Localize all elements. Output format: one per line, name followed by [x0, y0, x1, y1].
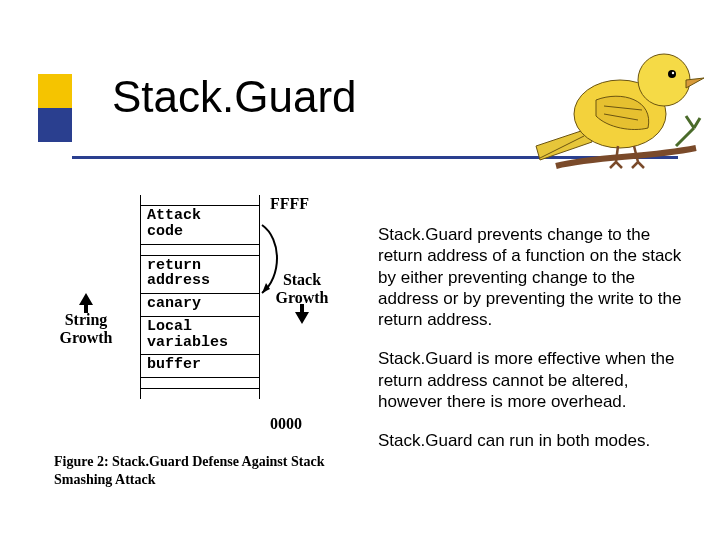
cell-text: return	[147, 257, 201, 274]
up-arrow-icon	[77, 291, 95, 313]
cell-gap	[141, 378, 259, 389]
addr-high: FFFF	[270, 195, 309, 213]
stack-growth-line1: Stack	[283, 271, 321, 288]
cell-gap	[141, 245, 259, 256]
paragraph-2: Stack.Guard is more effective when the r…	[378, 348, 688, 412]
figure-caption: Figure 2: Stack.Guard Defense Against St…	[54, 453, 354, 488]
cell-canary: canary	[141, 294, 259, 317]
string-growth-line1: String	[65, 311, 108, 328]
slide-title: Stack.Guard	[112, 72, 357, 122]
svg-point-1	[638, 54, 690, 106]
addr-low: 0000	[270, 415, 302, 433]
cell-text: Local	[147, 318, 192, 335]
cell-return-address: return address	[141, 256, 259, 295]
accent-square-yellow	[38, 74, 72, 108]
cell-text: Attack	[147, 207, 201, 224]
cell-buffer: buffer	[141, 355, 259, 378]
string-growth-label: String Growth	[52, 291, 120, 346]
svg-point-2	[668, 70, 676, 78]
paragraph-3: Stack.Guard can run in both modes.	[378, 430, 688, 451]
body-text: Stack.Guard prevents change to the retur…	[378, 224, 688, 469]
cell-text: code	[147, 223, 183, 240]
cell-text: address	[147, 272, 210, 289]
cell-local-vars: Local variables	[141, 317, 259, 356]
string-growth-line2: Growth	[59, 329, 112, 346]
canary-bird-illustration	[526, 8, 706, 188]
cell-text: variables	[147, 334, 228, 351]
paragraph-1: Stack.Guard prevents change to the retur…	[378, 224, 688, 330]
accent-square-blue	[38, 108, 72, 142]
svg-point-3	[672, 72, 674, 74]
caption-prefix: Figure 2:	[54, 454, 109, 469]
stack-table: Attack code return address canary Local …	[140, 195, 260, 399]
down-arrow-icon	[293, 304, 311, 326]
stack-diagram: String Growth Stack Growth FFFF 0000 Att…	[52, 195, 352, 475]
cell-attack-code: Attack code	[141, 205, 259, 245]
attack-arrow-icon	[258, 219, 284, 301]
